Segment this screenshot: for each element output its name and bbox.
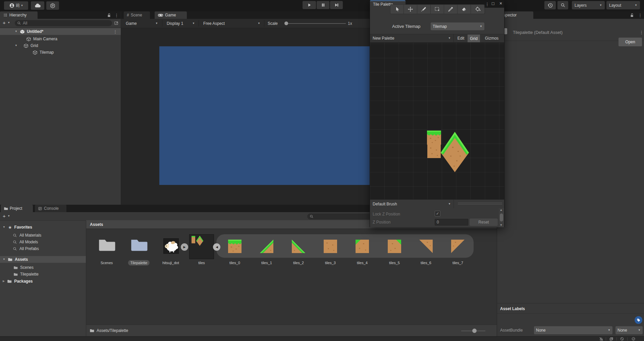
palette-tiles-preview[interactable] (427, 130, 469, 173)
edit-button[interactable]: Edit (455, 34, 467, 42)
search-window-icon[interactable] (114, 21, 118, 25)
palette-grid-canvas[interactable] (370, 43, 504, 199)
hierarchy-menu-icon[interactable]: ⋮ (114, 13, 119, 18)
lock-z-checkbox[interactable]: ✓ (435, 211, 440, 216)
tab-hierarchy[interactable]: Hierarchy (0, 11, 38, 19)
asset-tile-0[interactable] (228, 240, 241, 253)
collapse-sprites-button[interactable]: ▶ (213, 243, 220, 251)
thumbnail-size-slider-thumb[interactable] (472, 329, 477, 333)
asset-sprite-hitsuji[interactable] (163, 238, 179, 254)
close-icon[interactable]: × (499, 1, 502, 6)
grid-toggle-button[interactable]: Grid (468, 35, 480, 42)
z-position-input[interactable]: 0 (435, 219, 468, 226)
cache-status-button[interactable] (608, 337, 614, 341)
tile-label[interactable]: tiles_5 (389, 261, 400, 265)
tab-project[interactable]: Project (1, 205, 33, 212)
maximize-icon[interactable]: □ (492, 1, 494, 6)
window-menu-icon[interactable]: ⋮ (485, 2, 489, 7)
tree-row-tilepalette[interactable]: Tilepalette (0, 271, 86, 278)
asset-tile-6[interactable] (419, 240, 433, 253)
foldout-open-icon[interactable]: ▼ (3, 258, 5, 261)
tree-row-scenes[interactable]: Scenes (0, 264, 86, 271)
hierarchy-row-grid[interactable]: ▼ Grid (0, 42, 121, 49)
cloud-button[interactable] (31, 1, 44, 10)
global-search-button[interactable] (557, 1, 568, 9)
notifications-muted-button[interactable] (598, 337, 604, 341)
asset-folder-tilepalette[interactable] (129, 236, 148, 254)
step-button[interactable] (330, 1, 343, 9)
hierarchy-search-input[interactable]: All (15, 20, 112, 26)
asset-label[interactable]: Scenes (101, 261, 113, 265)
assetbundle-dropdown[interactable]: None ▼ (534, 326, 612, 334)
hierarchy-row-scene[interactable]: ▼ Untitled* ⋮ (0, 28, 121, 35)
brush-select-dropdown[interactable]: Default Brush ▼ (370, 200, 454, 208)
tile-label[interactable]: tiles_0 (229, 261, 240, 265)
tab-scene[interactable]: # Scene (124, 11, 150, 19)
tab-game[interactable]: Game (155, 11, 187, 19)
asset-folder-scenes[interactable] (97, 236, 116, 254)
tile-label[interactable]: tiles_4 (357, 261, 368, 265)
lock-icon[interactable] (107, 13, 111, 17)
active-tilemap-dropdown[interactable]: Tilemap ▼ (431, 22, 484, 30)
tool-move-button[interactable] (404, 5, 417, 14)
assetbundle-variant-dropdown[interactable]: None ▼ (615, 326, 643, 334)
tree-row-assets[interactable]: ▼ Assets (0, 256, 86, 263)
asset-tile-3[interactable] (324, 240, 337, 253)
row-menu-icon[interactable]: ⋮ (113, 29, 117, 34)
tree-row-all-materials[interactable]: All Materials (0, 232, 86, 239)
tool-box-fill-button[interactable] (431, 5, 444, 14)
create-dropdown-icon[interactable]: ▾ (8, 214, 10, 217)
tool-eraser-button[interactable] (458, 5, 471, 14)
foldout-open-icon[interactable]: ▼ (3, 226, 5, 229)
scale-slider-thumb[interactable] (284, 21, 288, 25)
scroll-down-icon[interactable]: ▼ (500, 224, 502, 227)
version-control-button[interactable] (46, 1, 59, 10)
account-button[interactable]: 前 ▾ (4, 1, 28, 10)
display-dropdown[interactable]: Display 1 ▼ (164, 19, 198, 28)
palette-select-dropdown[interactable]: New Palette ▼ (370, 34, 454, 42)
create-plus-button[interactable]: + (3, 213, 6, 218)
scrollbar-thumb[interactable] (500, 213, 503, 222)
foldout-open-icon[interactable]: ▼ (15, 44, 17, 47)
open-button[interactable]: Open (619, 38, 642, 46)
collab-status-button[interactable] (619, 337, 625, 341)
foldout-open-icon[interactable]: ▼ (15, 30, 17, 33)
breadcrumb[interactable]: Assets/Tilepalette (97, 328, 128, 333)
asset-spritesheet-tiles[interactable] (189, 234, 214, 259)
asset-tile-2[interactable] (292, 240, 305, 253)
pause-button[interactable] (317, 1, 329, 9)
asset-label[interactable]: hitsuji_dot (162, 261, 179, 265)
scroll-up-icon[interactable]: ▲ (500, 209, 502, 211)
aspect-dropdown[interactable]: Free Aspect ▼ (201, 19, 263, 28)
palette-scrollbar[interactable]: ▲ ▼ (499, 208, 504, 227)
scale-slider-track[interactable] (287, 23, 346, 24)
asset-tile-7[interactable] (451, 240, 465, 253)
gizmos-button[interactable]: Gizmos (481, 34, 502, 42)
game-mode-dropdown[interactable]: Game ▼ (123, 19, 161, 28)
expand-sprites-button[interactable]: ▶ (181, 243, 188, 251)
asset-label-selected[interactable]: Tilepalette (128, 260, 150, 265)
tool-fill-bucket-button[interactable] (471, 5, 484, 14)
hierarchy-row-main-camera[interactable]: Main Camera (0, 36, 121, 42)
tile-label[interactable]: tiles_3 (325, 261, 336, 265)
asset-tile-1[interactable] (260, 240, 273, 253)
layout-dropdown[interactable]: Layout ▼ (606, 1, 640, 9)
tool-picker-button[interactable] (444, 5, 458, 14)
tool-paintbrush-button[interactable] (417, 5, 431, 14)
tree-row-favorites[interactable]: ▼ ★ Favorites (0, 224, 86, 231)
lock-icon[interactable] (630, 13, 634, 17)
asset-menu-icon[interactable]: ⋮ (639, 30, 644, 35)
create-dropdown-icon[interactable]: ▾ (8, 21, 10, 24)
tag-button[interactable] (635, 316, 642, 324)
tree-row-all-prefabs[interactable]: All Prefabs (0, 245, 86, 252)
create-plus-button[interactable]: + (3, 20, 6, 25)
tree-row-packages[interactable]: ▶ Packages (0, 278, 86, 285)
tile-label[interactable]: tiles_7 (452, 261, 463, 265)
inspector-menu-icon[interactable]: ⋮ (638, 13, 642, 18)
tab-console[interactable]: Console (35, 205, 66, 212)
undo-history-button[interactable] (544, 1, 556, 9)
tile-label[interactable]: tiles_6 (421, 261, 431, 265)
tile-label[interactable]: tiles_2 (293, 261, 304, 265)
foldout-closed-icon[interactable]: ▶ (3, 280, 5, 283)
reset-button[interactable]: Reset (470, 218, 498, 226)
